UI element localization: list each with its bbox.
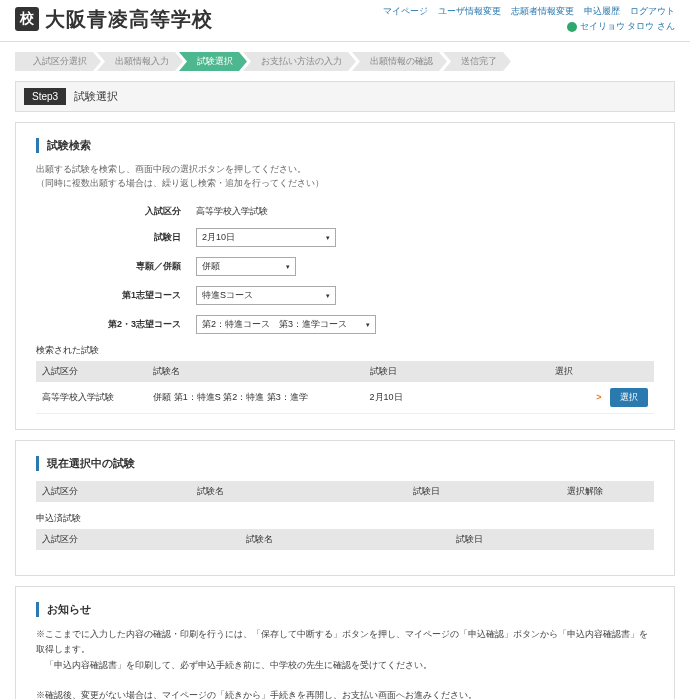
chevron-down-icon: ▾ — [366, 321, 370, 329]
result-table: 入試区分 試験名 試験日 選択 高等学校入学試験 併願 第1：特進S 第2：特進… — [36, 361, 654, 414]
select-button[interactable]: 選択 — [610, 388, 648, 407]
chevron-down-icon: ▾ — [326, 234, 330, 242]
label-senko: 専願／併願 — [36, 260, 196, 273]
help-line-1: 出願する試験を検索し、画面中段の選択ボタンを押してください。 — [36, 163, 654, 177]
notice-panel: お知らせ ※ここまでに入力した内容の確認・印刷を行うには、「保存して中断する」ボ… — [15, 586, 675, 699]
step-6: 送信完了 — [443, 52, 511, 71]
search-heading: 試験検索 — [36, 138, 654, 153]
header: 校 大阪青凌高等学校 マイページ ユーザ情報変更 志願者情報変更 申込履歴 ログ… — [0, 0, 690, 42]
nav-applicant-info[interactable]: 志願者情報変更 — [511, 5, 574, 18]
value-exam-type: 高等学校入学試験 — [196, 205, 268, 218]
notice-line-3: ※確認後、変更がない場合は、マイページの「続きから」手続きを再開し、お支払い画面… — [36, 688, 654, 699]
arrow-right-icon: > — [596, 392, 601, 402]
nav-logout[interactable]: ログアウト — [630, 5, 675, 18]
th-exam-type: 入試区分 — [36, 361, 147, 382]
select-exam-date[interactable]: 2月10日 ▾ — [196, 228, 336, 247]
th-exam-date: 試験日 — [364, 361, 549, 382]
label-exam-type: 入試区分 — [36, 205, 196, 218]
nav-history[interactable]: 申込履歴 — [584, 5, 620, 18]
select-choice23[interactable]: 第2：特進コース 第3：進学コース ▾ — [196, 315, 376, 334]
search-panel: 試験検索 出願する試験を検索し、画面中段の選択ボタンを押してください。 （同時に… — [15, 122, 675, 430]
help-line-2: （同時に複数出願する場合は、繰り返し検索・追加を行ってください） — [36, 177, 654, 191]
step-title: 試験選択 — [74, 89, 118, 104]
user-icon — [567, 22, 577, 32]
notice-heading: お知らせ — [36, 602, 654, 617]
step-4: お支払い方法の入力 — [243, 52, 356, 71]
cell-exam-name: 併願 第1：特進S 第2：特進 第3：進学 — [147, 382, 363, 414]
user-name: セイリョウ タロウ さん — [580, 20, 675, 33]
chevron-down-icon: ▾ — [286, 263, 290, 271]
notice-line-1: ※ここまでに入力した内容の確認・印刷を行うには、「保存して中断する」ボタンを押し… — [36, 627, 654, 658]
step-1: 入試区分選択 — [15, 52, 101, 71]
step-2: 出願情報入力 — [97, 52, 183, 71]
applied-label: 申込済試験 — [36, 512, 654, 525]
notice-line-2: 「申込内容確認書」を印刷して、必ず申込手続き前に、中学校の先生に確認を受けてくだ… — [36, 658, 654, 673]
th-select: 選択 — [549, 361, 654, 382]
cell-exam-date: 2月10日 — [364, 382, 549, 414]
select-senko[interactable]: 併願 ▾ — [196, 257, 296, 276]
label-exam-date: 試験日 — [36, 231, 196, 244]
step-badge: Step3 — [24, 88, 66, 105]
cell-exam-type: 高等学校入学試験 — [36, 382, 147, 414]
step-title-panel: Step3 試験選択 — [15, 81, 675, 112]
nav-user-info[interactable]: ユーザ情報変更 — [438, 5, 501, 18]
nav-mypage[interactable]: マイページ — [383, 5, 428, 18]
chevron-down-icon: ▾ — [326, 292, 330, 300]
applied-table: 入試区分 試験名 試験日 — [36, 529, 654, 550]
result-label: 検索された試験 — [36, 344, 654, 357]
label-choice23: 第2・3志望コース — [36, 318, 196, 331]
step-5: 出願情報の確認 — [352, 52, 447, 71]
school-logo-icon: 校 — [15, 7, 39, 31]
school-name: 大阪青凌高等学校 — [45, 6, 213, 33]
label-choice1: 第1志望コース — [36, 289, 196, 302]
step-3: 試験選択 — [179, 52, 247, 71]
stepper: 入試区分選択 出願情報入力 試験選択 お支払い方法の入力 出願情報の確認 送信完… — [0, 42, 690, 81]
top-nav: マイページ ユーザ情報変更 志願者情報変更 申込履歴 ログアウト — [383, 5, 675, 18]
select-choice1[interactable]: 特進Sコース ▾ — [196, 286, 336, 305]
selected-panel: 現在選択中の試験 入試区分 試験名 試験日 選択解除 申込済試験 入試区分 試験… — [15, 440, 675, 576]
selected-heading: 現在選択中の試験 — [36, 456, 654, 471]
table-row: 高等学校入学試験 併願 第1：特進S 第2：特進 第3：進学 2月10日 > 選… — [36, 382, 654, 414]
selected-table: 入試区分 試験名 試験日 選択解除 — [36, 481, 654, 502]
th-exam-name: 試験名 — [147, 361, 363, 382]
